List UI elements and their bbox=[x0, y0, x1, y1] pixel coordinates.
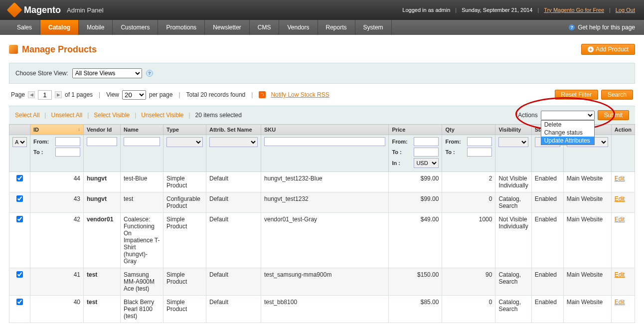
magento-logo-icon bbox=[6, 2, 22, 17]
nav-catalog[interactable]: Catalog bbox=[40, 20, 79, 35]
rss-icon bbox=[259, 91, 266, 98]
products-grid: ID↓ Vendor Id Name Type Attrib. Set Name… bbox=[9, 124, 635, 323]
filter-currency[interactable]: USD bbox=[414, 158, 439, 168]
nav-reports[interactable]: Reports bbox=[318, 20, 355, 35]
filter-type[interactable] bbox=[166, 137, 203, 147]
edit-link[interactable]: Edit bbox=[615, 271, 625, 278]
help-text: Get help for this page bbox=[578, 24, 635, 31]
actions-select[interactable] bbox=[541, 111, 595, 120]
filter-price-to[interactable] bbox=[414, 148, 439, 157]
info-icon[interactable]: ? bbox=[146, 70, 153, 77]
col-type[interactable]: Type bbox=[163, 125, 206, 135]
logo-text: Magento bbox=[24, 5, 61, 15]
col-qty[interactable]: Qty bbox=[442, 125, 495, 135]
filter-any[interactable]: Any bbox=[12, 137, 27, 147]
table-row[interactable]: 43 hungvt test Configurable Product Defa… bbox=[9, 192, 635, 213]
row-checkbox[interactable] bbox=[16, 271, 23, 278]
edit-link[interactable]: Edit bbox=[615, 175, 625, 182]
action-update-attributes[interactable]: Update Attributes bbox=[541, 137, 594, 145]
col-sku[interactable]: SKU bbox=[261, 125, 389, 135]
add-product-button[interactable]: + Add Product bbox=[581, 44, 635, 55]
page-label: Page bbox=[11, 91, 25, 98]
filter-qty-from[interactable] bbox=[467, 137, 492, 146]
search-button[interactable]: Search bbox=[601, 90, 633, 100]
row-checkbox[interactable] bbox=[16, 299, 23, 305]
help-icon: ? bbox=[569, 24, 575, 30]
filter-visibility[interactable] bbox=[498, 137, 528, 147]
col-visibility[interactable]: Visibility bbox=[495, 125, 531, 135]
logout-link[interactable]: Log Out bbox=[616, 7, 635, 13]
logo-subtitle: Admin Panel bbox=[67, 6, 104, 14]
edit-link[interactable]: Edit bbox=[615, 216, 625, 223]
filter-id-from[interactable] bbox=[55, 137, 80, 146]
select-visible-link[interactable]: Select Visible bbox=[94, 112, 130, 119]
filter-id-to[interactable] bbox=[55, 148, 80, 157]
table-row[interactable]: 41 test Samsung MM-A900M Ace (test) Simp… bbox=[9, 268, 635, 296]
filter-vendor[interactable] bbox=[87, 137, 117, 146]
store-select[interactable]: All Store Views bbox=[72, 68, 142, 78]
nav-newsletter[interactable]: Newsletter bbox=[205, 20, 250, 35]
action-delete[interactable]: Delete bbox=[541, 121, 594, 129]
reset-filter-button[interactable]: Reset Filter bbox=[555, 90, 598, 100]
store-label: Choose Store View: bbox=[15, 70, 68, 77]
total-records: Total 20 records found bbox=[186, 91, 246, 98]
page-next-button[interactable]: ▶ bbox=[55, 91, 62, 98]
row-checkbox[interactable] bbox=[16, 195, 23, 202]
rss-link[interactable]: Notify Low Stock RSS bbox=[271, 91, 329, 98]
row-checkbox[interactable] bbox=[16, 216, 23, 222]
col-id[interactable]: ID↓ bbox=[30, 125, 84, 135]
filter-price-from[interactable] bbox=[414, 137, 439, 146]
nav-promotions[interactable]: Promotions bbox=[158, 20, 205, 35]
try-magento-link[interactable]: Try Magento Go for Free bbox=[544, 7, 604, 13]
edit-link[interactable]: Edit bbox=[615, 299, 625, 306]
filter-name[interactable] bbox=[124, 137, 160, 146]
top-right: Logged in as admin | Sunday, September 2… bbox=[402, 7, 635, 13]
nav-customers[interactable]: Customers bbox=[113, 20, 158, 35]
col-attr[interactable]: Attrib. Set Name bbox=[206, 125, 261, 135]
col-vendor[interactable]: Vendor Id bbox=[84, 125, 121, 135]
logo: Magento Admin Panel bbox=[9, 4, 104, 15]
navbar: Sales Catalog Mobile Customers Promotion… bbox=[0, 20, 644, 35]
nav-sales[interactable]: Sales bbox=[9, 20, 40, 35]
date-text: Sunday, September 21, 2014 bbox=[462, 7, 532, 13]
content: Manage Products + Add Product Choose Sto… bbox=[0, 35, 644, 332]
topbar: Magento Admin Panel Logged in as admin |… bbox=[0, 0, 644, 20]
col-action: Action bbox=[611, 125, 635, 135]
row-checkbox[interactable] bbox=[16, 175, 23, 181]
per-page-label: per page bbox=[149, 91, 172, 98]
page-prev-button[interactable]: ◀ bbox=[28, 91, 35, 98]
edit-link[interactable]: Edit bbox=[615, 195, 625, 202]
nav-help[interactable]: ? Get help for this page bbox=[569, 20, 635, 35]
page-input[interactable] bbox=[38, 90, 52, 100]
table-row[interactable]: 44 hungvt test-Blue Simple Product Defau… bbox=[9, 172, 635, 192]
nav-vendors[interactable]: Vendors bbox=[279, 20, 318, 35]
select-all-link[interactable]: Select All bbox=[15, 112, 39, 119]
actions-label: Actions bbox=[518, 112, 537, 119]
filter-sku[interactable] bbox=[264, 137, 385, 146]
action-change-status[interactable]: Change status bbox=[541, 129, 594, 137]
nav-mobile[interactable]: Mobile bbox=[79, 20, 113, 35]
col-name[interactable]: Name bbox=[121, 125, 163, 135]
col-price[interactable]: Price bbox=[389, 125, 442, 135]
submit-button[interactable]: Submit bbox=[598, 110, 629, 120]
sort-desc-icon: ↓ bbox=[78, 127, 81, 132]
nav-cms[interactable]: CMS bbox=[250, 20, 280, 35]
of-pages: of 1 pages bbox=[65, 91, 93, 98]
table-row[interactable]: 40 test Black Berry Pearl 8100 (test) Si… bbox=[9, 296, 635, 323]
page-icon bbox=[9, 45, 18, 54]
page-title: Manage Products bbox=[22, 44, 97, 55]
filter-qty-to[interactable] bbox=[467, 148, 492, 157]
actions-dropdown-open: Delete Change status Update Attributes bbox=[541, 120, 595, 145]
store-filter-bar: Choose Store View: All Store Views ? bbox=[9, 63, 635, 84]
pager: Page ◀ ▶ of 1 pages | View 20 per page |… bbox=[9, 84, 635, 106]
table-row[interactable]: 42 vendor01 Coalesce: Functioning On Imp… bbox=[9, 213, 635, 268]
filter-attr[interactable] bbox=[209, 137, 258, 147]
logged-in-text: Logged in as admin bbox=[402, 7, 450, 13]
perpage-select[interactable]: 20 bbox=[122, 90, 146, 100]
unselect-visible-link[interactable]: Unselect Visible bbox=[141, 112, 183, 119]
view-label: View bbox=[106, 91, 119, 98]
unselect-all-link[interactable]: Unselect All bbox=[51, 112, 82, 119]
nav-system[interactable]: System bbox=[355, 20, 392, 35]
plus-icon: + bbox=[588, 46, 594, 52]
col-checkbox[interactable] bbox=[9, 125, 30, 135]
